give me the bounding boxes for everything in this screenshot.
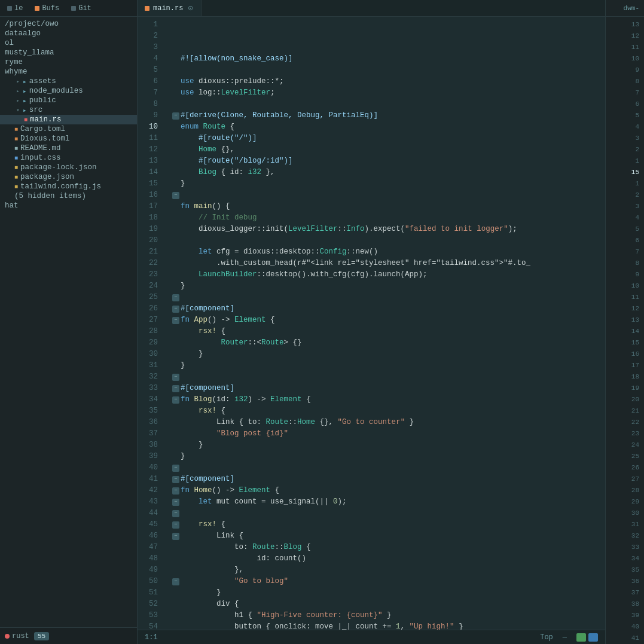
tree-item-label: package.json [20,173,74,181]
lang-label: rust [12,632,29,640]
sidebar-tab-git-dot [71,6,76,11]
line-num-10: 10 [138,121,163,133]
sidebar-tab-bufs[interactable]: Bufs [30,3,64,14]
tree-item-9[interactable]: ▾▸src [0,105,137,115]
tree-item-label: hat [5,202,19,210]
fold-indicator[interactable]: − [172,396,179,404]
tree-item-13[interactable]: ■README.md [0,144,137,153]
fold-indicator[interactable]: − [172,465,179,472]
tree-item-label: ryme [5,58,23,66]
fold-indicator[interactable]: − [172,294,179,301]
code-line-8: #[route("/")] [172,133,605,144]
line-num-26: 26 [138,303,163,315]
tree-item-4[interactable]: ryme [0,57,137,67]
sidebar-statusbar: rust 55 [0,627,137,644]
tree-item-1[interactable]: dataalgo [0,29,137,38]
line-num-35: 35 [138,405,163,417]
right-line-25: 12 [611,303,639,315]
line-num-40: 40 [138,462,163,474]
line-num-50: 50 [138,576,163,587]
code-area[interactable]: #![allow(non_snake_case)]use dioxus::pre… [167,17,605,630]
tree-item-11[interactable]: ■Cargo.toml [0,124,137,134]
sidebar-tab-git[interactable]: Git [66,3,96,14]
line-num-17: 17 [138,201,163,212]
right-panel: dwm- 13121110987654321151234567891011121… [605,0,644,644]
line-num-28: 28 [138,326,163,337]
fold-indicator[interactable]: − [172,385,179,392]
tree-item-2[interactable]: ol [0,38,137,48]
folder-collapse[interactable]: ▸ [14,87,22,94]
tree-item-5[interactable]: whyme [0,67,137,77]
right-line-30: 17 [611,360,639,371]
fold-indicator[interactable]: − [172,317,179,324]
right-line-53: 40 [611,621,639,633]
tree-item-19[interactable]: hat [0,201,137,210]
folder-collapse[interactable]: ▸ [14,97,22,104]
code-line-45: id: count() [172,553,605,564]
statusbar-position: 1:1 [145,633,158,642]
fold-indicator[interactable]: − [172,112,179,120]
code-line-17 [172,235,605,246]
code-line-12: } [172,178,605,190]
editor-tab-main-rs[interactable]: main.rs ⊙ [138,0,202,16]
folder-collapse[interactable]: ▾ [14,106,22,114]
fold-indicator[interactable]: − [172,578,179,585]
folder-collapse[interactable]: ▸ [14,78,22,85]
line-num-31: 31 [138,360,163,371]
line-num-38: 38 [138,439,163,451]
line-num-5: 5 [138,65,163,76]
fold-indicator[interactable]: − [172,476,179,483]
fold-indicator[interactable]: − [172,533,179,540]
right-line-1: 12 [611,30,639,42]
tree-item-label: node_modules [29,87,83,95]
fold-indicator[interactable]: − [172,192,179,199]
editor-statusbar: 1:1 Top — [138,630,605,644]
tree-item-17[interactable]: ■tailwind.config.js [0,182,137,191]
tree-item-label: package-lock.json [20,163,97,172]
line-num-20: 20 [138,235,163,246]
fold-indicator[interactable]: − [172,487,179,495]
right-line-26: 13 [611,315,639,326]
right-line-19: 6 [611,235,639,246]
right-line-44: 31 [611,519,639,530]
fold-indicator[interactable]: − [172,521,179,529]
tree-item-12[interactable]: ■Dioxus.toml [0,134,137,144]
code-line-46: }, [172,564,605,576]
code-line-37: − [172,462,605,474]
right-line-50: 37 [611,587,639,599]
tree-item-3[interactable]: musty_llama [0,48,137,57]
fold-indicator[interactable]: − [172,510,179,517]
tree-item-6[interactable]: ▸▸assets [0,77,137,86]
fold-indicator[interactable]: − [172,499,179,506]
line-num-19: 19 [138,224,163,235]
code-line-9: Home {}, [172,144,605,155]
tree-item-16[interactable]: ■package.json [0,172,137,182]
right-line-29: 16 [611,349,639,360]
right-line-35: 22 [611,417,639,428]
code-line-28: } [172,360,605,371]
line-num-33: 33 [138,383,163,394]
fold-indicator[interactable]: − [172,306,179,313]
line-num-27: 27 [138,315,163,326]
tree-item-label: Cargo.toml [20,125,65,133]
line-num-51: 51 [138,587,163,599]
right-line-23: 10 [611,280,639,292]
tree-item-18[interactable]: (5 hidden items) [0,191,137,201]
tree-item-0[interactable]: /project/owo [0,19,137,29]
tree-item-8[interactable]: ▸▸public [0,96,137,105]
line-num-54: 54 [138,621,163,630]
tree-item-15[interactable]: ■package-lock.json [0,163,137,172]
tree-item-7[interactable]: ▸▸node_modules [0,86,137,96]
lang-status: rust [5,632,29,640]
fold-indicator[interactable]: − [172,374,179,381]
tree-item-10[interactable]: ■main.rs [0,115,137,124]
line-num-3: 3 [138,42,163,53]
line-count-badge: 55 [34,632,49,640]
right-line-3: 10 [611,53,639,65]
sidebar-tab-le[interactable]: le [2,3,28,14]
statusbar-right: Top — [540,633,598,642]
line-num-24: 24 [138,280,163,292]
main-editor: main.rs ⊙ 123456789101112131415161718192… [138,0,605,644]
tree-item-14[interactable]: ■input.css [0,153,137,163]
editor-tab-close[interactable]: ⊙ [187,5,194,12]
